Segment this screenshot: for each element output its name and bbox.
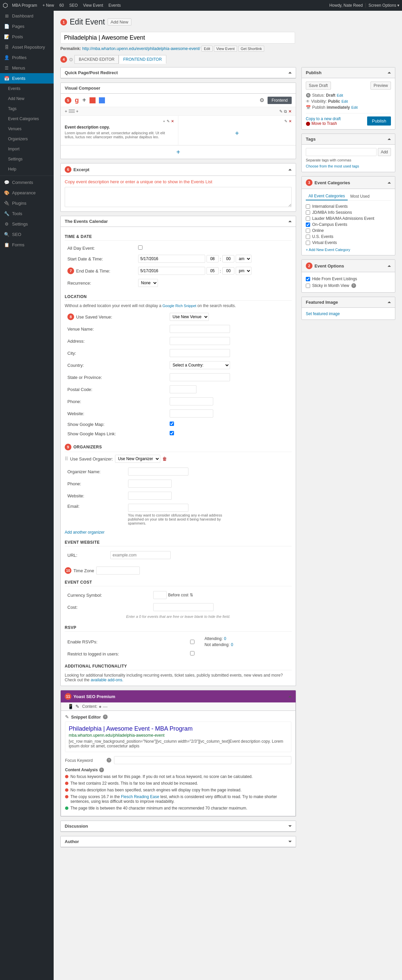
tags-header[interactable]: Tags — [302, 134, 395, 145]
featured-image-header[interactable]: Featured Image — [302, 297, 395, 308]
sidebar-item-pages[interactable]: 📄Pages — [0, 21, 54, 32]
vc-plus-icon[interactable]: + — [82, 96, 86, 104]
end-hour-input[interactable] — [207, 267, 218, 275]
yoast-snippet-info-icon[interactable]: ? — [103, 714, 108, 719]
start-min-input[interactable] — [222, 255, 234, 262]
vc-col1-add-icon[interactable]: + — [163, 119, 165, 124]
url-input[interactable] — [110, 551, 171, 559]
vc-col2-delete-icon[interactable]: ✕ — [289, 119, 292, 124]
vc-add-row-btn[interactable]: + — [176, 148, 180, 156]
sidebar-item-posts[interactable]: 📝Posts — [0, 32, 54, 42]
sidebar-sub-tags[interactable]: Tags — [0, 104, 54, 114]
adminbar-item-comments[interactable]: 60 — [57, 3, 66, 8]
sidebar-sub-organizers[interactable]: Organizers — [0, 134, 54, 144]
venue-name-input[interactable] — [169, 325, 230, 333]
all-categories-tab[interactable]: All Event Categories — [306, 192, 348, 200]
save-draft-button[interactable]: Save Draft — [306, 81, 331, 90]
restrict-checkbox[interactable] — [190, 651, 195, 655]
sidebar-sub-venues[interactable]: Venues — [0, 124, 54, 134]
frontend-editor-tab[interactable]: FRONTEND EDITOR — [119, 55, 166, 64]
screen-options[interactable]: Screen Options ▾ — [366, 3, 399, 8]
google-map-link-checkbox[interactable] — [169, 431, 174, 435]
permalink-edit-button[interactable]: Edit — [201, 46, 212, 52]
end-ampm-select[interactable]: am pm — [236, 267, 252, 275]
postal-input[interactable] — [169, 385, 196, 393]
org-phone-input[interactable] — [128, 480, 172, 488]
author-header[interactable]: Author — [61, 836, 296, 847]
start-hour-input[interactable] — [207, 255, 218, 262]
attending-count[interactable]: 0 — [224, 636, 226, 641]
sidebar-item-comments[interactable]: 💬Comments — [0, 177, 54, 188]
sidebar-item-profiles[interactable]: 👤Profiles — [0, 52, 54, 63]
sidebar-item-seo[interactable]: 🔍SEO — [0, 229, 54, 240]
country-select[interactable]: Select a Country: — [169, 361, 230, 369]
yoast-dash-icon[interactable]: — — [103, 704, 108, 709]
vc-plus-col-left[interactable]: + — [65, 109, 67, 114]
sidebar-item-forms[interactable]: 📋Forms — [0, 240, 54, 250]
sidebar-item-dashboard[interactable]: ⊞Dashboard — [0, 11, 54, 21]
snippet-title[interactable]: Philadelphia | Awesome Event - MBA Progr… — [69, 725, 288, 732]
view-event-button[interactable]: View Event — [214, 46, 237, 52]
cat-online-checkbox[interactable] — [306, 229, 310, 233]
org-email-input[interactable] — [128, 504, 188, 512]
flesch-link[interactable]: Flesch Reading Ease — [121, 794, 159, 799]
sidebar-item-plugins[interactable]: 🔌Plugins — [0, 198, 54, 208]
excerpt-textarea[interactable] — [65, 187, 292, 207]
address-input[interactable] — [169, 337, 230, 345]
permalink-url[interactable]: http://mba.wharton.upenn.edu/event/phila… — [82, 46, 200, 51]
sidebar-sub-event-categories[interactable]: Event Categories — [0, 114, 54, 124]
sidebar-item-events[interactable]: 📅Events — [0, 73, 54, 84]
publish-date-edit-link[interactable]: Edit — [351, 105, 358, 110]
adminbar-item-view-event[interactable]: View Event — [81, 3, 106, 8]
currency-input[interactable] — [153, 591, 167, 599]
vc-handle[interactable] — [69, 110, 75, 113]
content-analysis-info-icon[interactable]: ? — [99, 768, 104, 772]
cost-input[interactable] — [153, 603, 214, 611]
state-input[interactable] — [169, 373, 230, 381]
start-ampm-select[interactable]: am pm — [236, 255, 252, 263]
vc-col2-add-element[interactable]: + — [235, 130, 239, 137]
cat-oncampus-checkbox[interactable] — [306, 223, 310, 227]
event-title-input[interactable] — [60, 32, 295, 44]
add-new-button[interactable]: Add New — [108, 19, 131, 25]
enable-rsvp-checkbox[interactable] — [190, 640, 195, 644]
before-after-toggle-icon[interactable]: ⇅ — [190, 593, 193, 597]
yoast-edit-icon[interactable]: ✎ — [76, 704, 79, 709]
sticky-month-view-checkbox[interactable] — [306, 283, 310, 288]
sidebar-item-menus[interactable]: ☰Menus — [0, 63, 54, 73]
city-input[interactable] — [169, 349, 230, 357]
sidebar-sub-add-new[interactable]: Add New — [0, 94, 54, 104]
move-trash-link[interactable]: ⬤ Move to Trash — [306, 121, 341, 126]
sidebar-sub-settings[interactable]: Settings — [0, 154, 54, 164]
timezone-input[interactable] — [96, 566, 140, 574]
vc-frontend-button[interactable]: Frontend — [267, 97, 292, 104]
vc-plus-col-right[interactable]: + — [76, 109, 79, 114]
sidebar-sub-events[interactable]: Events — [0, 84, 54, 94]
all-day-checkbox[interactable] — [138, 245, 142, 250]
yoast-dot-icon[interactable]: ● — [98, 704, 101, 709]
add-tag-button[interactable]: Add — [378, 148, 391, 156]
vc-header[interactable]: Visual Composer — [61, 83, 296, 94]
discussion-header[interactable]: Discussion — [61, 821, 296, 832]
vc-col2-edit-icon[interactable]: ✎ — [284, 119, 287, 124]
not-attending-count[interactable]: 0 — [231, 643, 233, 647]
adminbar-item-events[interactable]: Events — [106, 3, 124, 8]
redirect-box-header[interactable]: Quick Page/Post Redirect — [61, 67, 296, 78]
publish-box-header[interactable]: Publish — [302, 67, 395, 78]
tags-most-used-link[interactable]: Choose from the most used tags — [306, 164, 359, 168]
cat-jd-checkbox[interactable] — [306, 210, 310, 215]
vc-gear-icon[interactable]: ⚙ — [260, 97, 264, 103]
publish-button[interactable]: Publish — [367, 116, 391, 126]
backend-editor-tab[interactable]: BACKEND EDITOR — [74, 55, 119, 64]
cat-us-checkbox[interactable] — [306, 235, 310, 239]
vc-row-delete-icon[interactable]: ✕ — [288, 109, 292, 114]
event-options-header[interactable]: 2 Event Options — [302, 260, 395, 272]
delete-org-button[interactable]: 🗑 — [162, 456, 167, 461]
adminbar-item-new[interactable]: + New — [40, 3, 57, 8]
additional-link[interactable]: available add-ons. — [90, 678, 123, 682]
org-website-input[interactable] — [128, 492, 172, 500]
recurrence-select[interactable]: None — [138, 279, 158, 287]
adminbar-item-mba[interactable]: MBA Program — [9, 3, 40, 8]
visibility-edit-link[interactable]: Edit — [341, 99, 348, 103]
org-name-input[interactable] — [128, 468, 188, 476]
